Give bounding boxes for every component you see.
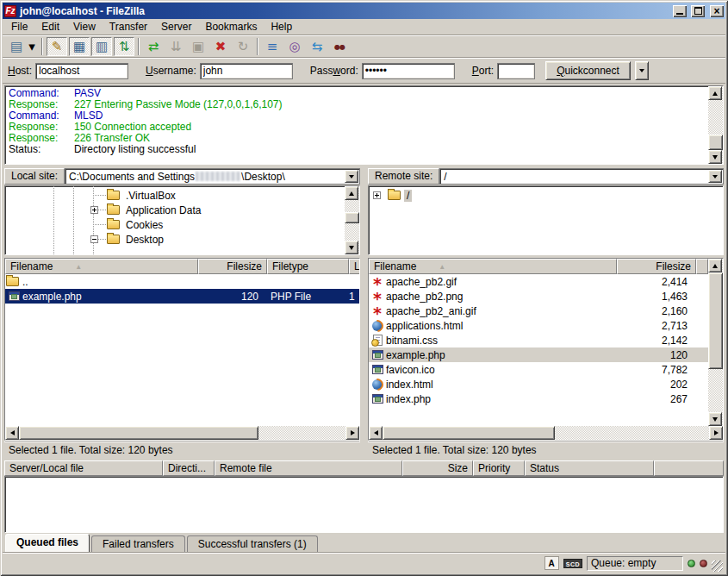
file-row-favicon-ico[interactable]: favicon.ico7,782 xyxy=(369,362,708,377)
column-header-filename[interactable]: Filename▲ xyxy=(369,259,617,274)
transfer-type-ascii-icon[interactable]: A xyxy=(544,556,559,570)
expand-button[interactable] xyxy=(373,191,381,199)
remote-tree-item-root[interactable]: / xyxy=(369,188,723,203)
collapse-button[interactable] xyxy=(90,235,98,243)
password-input[interactable] xyxy=(362,63,455,79)
column-header-priority[interactable]: Priority xyxy=(473,460,525,476)
file-row-[interactable]: .. xyxy=(5,274,359,289)
column-header-remote-file[interactable]: Remote file xyxy=(215,460,402,476)
minimize-button[interactable] xyxy=(673,5,687,17)
local-tree-item-desktop[interactable]: Desktop xyxy=(5,232,345,247)
file-name: apache_pb2_ani.gif xyxy=(386,305,617,317)
find-button[interactable]: ●● xyxy=(329,37,350,56)
menu-item-view[interactable]: View xyxy=(66,19,103,34)
pane-splitter[interactable] xyxy=(363,167,365,458)
scroll-up-button[interactable] xyxy=(708,86,722,100)
file-row-example-php[interactable]: example.php120PHP File1 xyxy=(5,289,359,304)
tab-successful-transfers-1[interactable]: Successful transfers (1) xyxy=(187,535,318,552)
local-tree-item-application-data[interactable]: Application Data xyxy=(5,203,345,217)
toggle-queue-button[interactable]: ⇅ xyxy=(114,37,134,56)
file-row-bitnami-css[interactable]: bitnami.css2,142 xyxy=(369,333,708,347)
menu-item-bookmarks[interactable]: Bookmarks xyxy=(198,19,264,34)
file-row-index-php[interactable]: index.php267 xyxy=(369,391,708,406)
resize-grip[interactable] xyxy=(712,560,723,572)
column-header-l[interactable]: L xyxy=(349,259,359,274)
scroll-thumb[interactable] xyxy=(383,426,555,440)
filter-button[interactable]: ≡ xyxy=(262,37,283,56)
scroll-down-button[interactable] xyxy=(345,241,358,254)
remote-list-scrollbar[interactable] xyxy=(708,259,723,426)
toggle-remote-tree-button[interactable]: ▥ xyxy=(91,37,112,56)
scroll-right-button[interactable] xyxy=(709,426,723,440)
local-directory-tree[interactable]: .VirtualBoxApplication DataCookiesDeskto… xyxy=(4,185,360,255)
quickconnect-button[interactable]: Quickconnect xyxy=(545,61,631,80)
column-header-status[interactable]: Status xyxy=(525,460,654,476)
status-bar: A SCD Queue: empty xyxy=(3,552,725,573)
scroll-thumb[interactable] xyxy=(345,212,359,223)
column-header-filesize[interactable]: Filesize xyxy=(617,259,696,274)
sort-ascending-icon: ▲ xyxy=(439,263,445,271)
speed-limit-icon[interactable]: SCD xyxy=(563,559,582,568)
scroll-down-button[interactable] xyxy=(708,412,722,426)
cancel-button: ▣ xyxy=(188,37,208,56)
local-hscrollbar[interactable] xyxy=(5,426,359,440)
scroll-up-button[interactable] xyxy=(708,259,722,272)
menu-item-help[interactable]: Help xyxy=(264,19,299,34)
scroll-thumb[interactable] xyxy=(19,426,258,440)
scroll-thumb[interactable] xyxy=(708,135,723,150)
local-tree-scrollbar[interactable] xyxy=(345,186,359,254)
scroll-down-button[interactable] xyxy=(708,150,722,164)
remote-hscrollbar[interactable] xyxy=(369,426,723,440)
menu-item-transfer[interactable]: Transfer xyxy=(103,19,154,34)
toggle-message-log-button[interactable]: ✎ xyxy=(47,37,67,56)
local-site-combo[interactable]: C:\Documents and Settings\Desktop\ xyxy=(65,168,360,185)
queue-body[interactable] xyxy=(4,476,724,533)
disconnect-button[interactable]: ✖ xyxy=(210,37,231,56)
scroll-left-button[interactable] xyxy=(369,426,383,440)
site-manager-dropdown[interactable]: ▾ xyxy=(26,37,38,56)
refresh-button[interactable]: ⇄ xyxy=(143,37,164,56)
column-header-filesize[interactable]: Filesize xyxy=(198,259,267,274)
tab-failed-transfers[interactable]: Failed transfers xyxy=(91,535,185,552)
message-log[interactable]: Command:PASVResponse:227 Entering Passiv… xyxy=(4,85,724,165)
port-input[interactable] xyxy=(497,63,535,79)
compare-button[interactable]: ◎ xyxy=(284,37,305,56)
close-button[interactable]: × xyxy=(710,5,724,17)
file-row-apache-pb2-png[interactable]: *apache_pb2.png1,463 xyxy=(369,289,708,304)
column-header-server-local-file[interactable]: Server/Local file xyxy=(4,460,163,476)
remote-site-combo[interactable]: / xyxy=(439,168,724,185)
file-row-apache-pb2-ani-gif[interactable]: *apache_pb2_ani.gif2,160 xyxy=(369,304,708,318)
file-row-applications-html[interactable]: applications.html2,713 xyxy=(369,318,708,333)
file-row-example-php[interactable]: example.php120 xyxy=(369,347,708,362)
host-input[interactable] xyxy=(35,63,128,79)
column-label: Size xyxy=(448,462,468,474)
menu-item-server[interactable]: Server xyxy=(154,19,198,34)
menu-item-edit[interactable]: Edit xyxy=(34,19,66,34)
menu-item-file[interactable]: File xyxy=(4,19,34,34)
column-header-filename[interactable]: Filename▲ xyxy=(5,259,198,274)
site-manager-button[interactable]: ▤ xyxy=(6,37,27,56)
sync-browsing-button[interactable]: ⇆ xyxy=(307,37,327,56)
log-scrollbar[interactable] xyxy=(708,86,723,164)
quickconnect-dropdown[interactable] xyxy=(635,61,649,80)
tab-queued-files[interactable]: Queued files xyxy=(5,534,90,552)
expand-button[interactable] xyxy=(90,206,98,214)
remote-directory-tree[interactable]: / xyxy=(368,185,724,255)
file-row-apache-pb2-gif[interactable]: *apache_pb2.gif2,414 xyxy=(369,274,708,289)
scroll-up-button[interactable] xyxy=(345,186,358,200)
column-header-filetype[interactable]: Filetype xyxy=(267,259,349,274)
local-tree-item-virtualbox[interactable]: .VirtualBox xyxy=(5,188,345,203)
maximize-button[interactable] xyxy=(691,5,705,17)
column-header-directi[interactable]: Directi... xyxy=(163,460,215,476)
remote-site-dropdown[interactable] xyxy=(708,170,722,183)
local-site-dropdown[interactable] xyxy=(345,170,358,183)
scroll-right-button[interactable] xyxy=(345,426,359,440)
title-bar[interactable]: Fz john@localhost - FileZilla × xyxy=(3,3,725,19)
scroll-thumb[interactable] xyxy=(708,272,723,369)
column-header-size[interactable]: Size xyxy=(402,460,473,476)
scroll-left-button[interactable] xyxy=(5,426,19,440)
toggle-local-tree-button[interactable]: ▦ xyxy=(69,37,90,56)
local-tree-item-cookies[interactable]: Cookies xyxy=(5,217,345,232)
username-input[interactable] xyxy=(200,63,293,79)
file-row-index-html[interactable]: index.html202 xyxy=(369,377,708,391)
